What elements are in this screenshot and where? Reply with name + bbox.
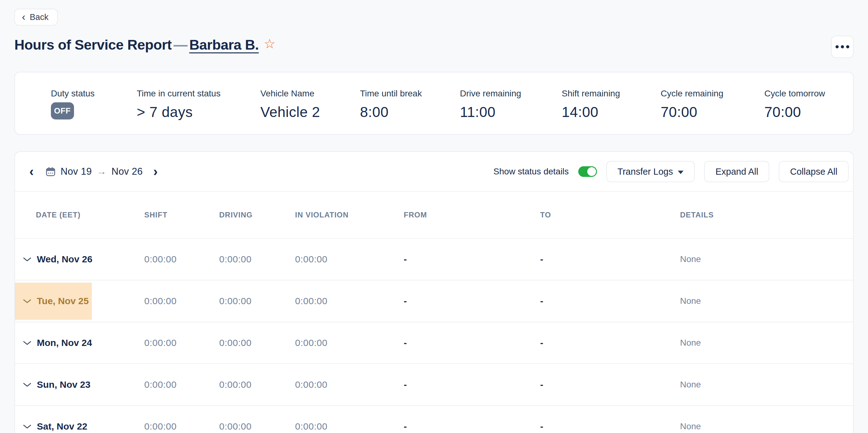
chevron-down-icon <box>678 171 683 174</box>
column-header-details: Details <box>680 210 853 219</box>
row-date-label: Sat, Nov 22 <box>37 421 87 432</box>
stat-time-in-current-status: Time in current status > 7 days <box>137 89 260 121</box>
chevron-down-icon[interactable] <box>23 257 32 262</box>
shift-cell: 0:00:00 <box>144 337 219 348</box>
date-range-end: Nov 26 <box>112 166 143 177</box>
back-button-label: Back <box>30 12 49 22</box>
chevron-down-icon[interactable] <box>23 299 32 303</box>
to-cell: - <box>540 379 680 390</box>
date-range-picker[interactable]: Nov 19 → Nov 26 <box>45 166 143 177</box>
details-cell: None <box>680 254 853 264</box>
table-row[interactable]: Sun, Nov 23 0:00:00 0:00:00 0:00:00 - - … <box>15 364 853 406</box>
from-cell: - <box>404 421 540 432</box>
stat-value: 11:00 <box>460 104 562 121</box>
stat-label: Time in current status <box>137 89 260 99</box>
transfer-logs-label: Transfer Logs <box>618 167 673 177</box>
stat-label: Time until break <box>360 89 460 99</box>
column-header-shift: Shift <box>144 210 219 219</box>
table-row[interactable]: Sat, Nov 22 0:00:00 0:00:00 0:00:00 - - … <box>15 406 853 433</box>
details-cell: None <box>680 422 853 431</box>
in-violation-cell: 0:00:00 <box>295 337 404 348</box>
shift-cell: 0:00:00 <box>144 421 219 432</box>
shift-cell: 0:00:00 <box>144 254 219 265</box>
page-title: Hours of Service Report—Barbara B. <box>14 37 259 53</box>
driving-cell: 0:00:00 <box>219 337 295 348</box>
show-status-details-label: Show status details <box>493 167 568 176</box>
row-date-cell: Mon, Nov 24 <box>15 322 144 363</box>
chevron-down-icon[interactable] <box>23 424 32 429</box>
to-cell: - <box>540 337 680 348</box>
column-header-date: Date (EET) <box>15 210 144 219</box>
column-header-to: To <box>540 210 680 219</box>
stat-value: Vehicle 2 <box>260 104 360 121</box>
details-cell: None <box>680 380 853 390</box>
column-header-from: From <box>404 210 540 219</box>
stat-label: Cycle tomorrow <box>764 89 825 99</box>
back-button[interactable]: ‹ Back <box>14 9 58 26</box>
stat-value: > 7 days <box>137 104 260 121</box>
date-range-start: Nov 19 <box>61 166 92 177</box>
shift-cell: 0:00:00 <box>144 296 219 306</box>
from-cell: - <box>404 254 540 265</box>
chevron-left-icon: ‹ <box>22 11 25 22</box>
stat-label: Vehicle Name <box>260 89 360 99</box>
transfer-logs-button[interactable]: Transfer Logs <box>606 161 695 182</box>
column-header-in-violation: In violation <box>295 210 404 219</box>
row-date-label: Wed, Nov 26 <box>37 254 92 265</box>
table-row[interactable]: Wed, Nov 26 0:00:00 0:00:00 0:00:00 - - … <box>15 239 853 280</box>
show-status-details-toggle[interactable] <box>578 166 597 177</box>
stat-label: Shift remaining <box>562 89 661 99</box>
chevron-down-icon[interactable] <box>23 382 32 387</box>
next-week-button[interactable]: › <box>151 165 160 178</box>
star-outline-icon[interactable]: ☆ <box>264 36 276 52</box>
row-date-cell: Wed, Nov 26 <box>15 239 144 280</box>
in-violation-cell: 0:00:00 <box>295 379 404 390</box>
to-cell: - <box>540 421 680 432</box>
arrow-right-icon: → <box>97 166 106 177</box>
page-title-row: Hours of Service Report—Barbara B. ☆ <box>14 37 275 53</box>
from-cell: - <box>404 379 540 390</box>
driving-cell: 0:00:00 <box>219 421 295 432</box>
driver-name-link[interactable]: Barbara B. <box>189 37 259 53</box>
in-violation-cell: 0:00:00 <box>295 296 404 306</box>
driving-cell: 0:00:00 <box>219 254 295 265</box>
logs-toolbar: ‹ Nov 19 → Nov 26 › Show status details … <box>15 152 853 192</box>
duty-status-badge: OFF <box>51 102 74 120</box>
expand-all-button[interactable]: Expand All <box>704 161 769 182</box>
stat-vehicle-name: Vehicle Name Vehicle 2 <box>260 89 360 121</box>
shift-cell: 0:00:00 <box>144 379 219 390</box>
stat-value: 70:00 <box>764 104 825 121</box>
stat-label: Drive remaining <box>460 89 562 99</box>
table-row[interactable]: Mon, Nov 24 0:00:00 0:00:00 0:00:00 - - … <box>15 322 853 364</box>
table-row-selected[interactable]: Tue, Nov 25 0:00:00 0:00:00 0:00:00 - - … <box>15 280 853 322</box>
to-cell: - <box>540 296 680 306</box>
title-separator: — <box>172 37 189 53</box>
to-cell: - <box>540 254 680 265</box>
row-date-label: Sun, Nov 23 <box>37 379 91 390</box>
more-options-button[interactable] <box>831 36 854 58</box>
from-cell: - <box>404 337 540 348</box>
details-cell: None <box>680 338 853 348</box>
expand-all-label: Expand All <box>715 167 758 177</box>
row-date-label: Tue, Nov 25 <box>37 296 89 306</box>
collapse-all-button[interactable]: Collapse All <box>779 161 849 182</box>
page-title-text: Hours of Service Report <box>14 37 172 53</box>
chevron-down-icon[interactable] <box>23 340 32 345</box>
stat-value: 70:00 <box>661 104 764 121</box>
stat-cycle-tomorrow: Cycle tomorrow 70:00 <box>764 89 825 121</box>
stat-cycle-remaining: Cycle remaining 70:00 <box>661 89 764 121</box>
toolbar-actions: Show status details Transfer Logs Expand… <box>493 161 849 182</box>
stat-value: 14:00 <box>562 104 661 121</box>
driving-cell: 0:00:00 <box>219 296 295 306</box>
logs-card: ‹ Nov 19 → Nov 26 › Show status details … <box>14 151 854 433</box>
stat-label: Cycle remaining <box>661 89 764 99</box>
stat-value: 8:00 <box>360 104 460 121</box>
toggle-knob <box>587 167 596 176</box>
previous-week-button[interactable]: ‹ <box>27 165 36 178</box>
stat-label: Duty status <box>51 89 137 99</box>
details-cell: None <box>680 296 853 306</box>
row-date-cell: Sun, Nov 23 <box>15 364 144 405</box>
calendar-icon <box>45 167 56 176</box>
stat-drive-remaining: Drive remaining 11:00 <box>460 89 562 121</box>
stat-shift-remaining: Shift remaining 14:00 <box>562 89 661 121</box>
